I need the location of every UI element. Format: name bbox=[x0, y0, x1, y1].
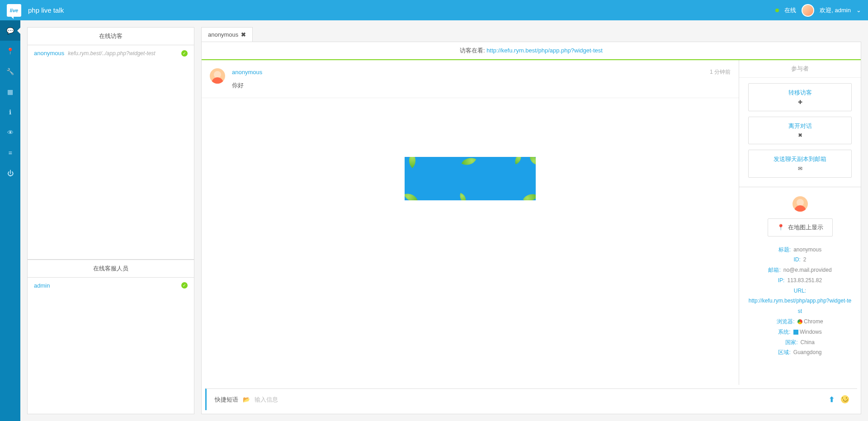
welcome-text[interactable]: 欢迎, admin bbox=[820, 6, 851, 14]
logo[interactable]: live bbox=[7, 4, 21, 17]
status-text[interactable]: 在线 bbox=[784, 6, 796, 14]
header-left: live php live talk bbox=[7, 4, 64, 17]
avatar[interactable] bbox=[802, 4, 814, 17]
status-dot-icon bbox=[775, 9, 779, 12]
header: live php live talk 在线 欢迎, admin ⌄ bbox=[0, 0, 868, 20]
chevron-down-icon[interactable]: ⌄ bbox=[856, 7, 861, 14]
header-right: 在线 欢迎, admin ⌄ bbox=[775, 4, 861, 17]
app-title: php live talk bbox=[28, 6, 64, 14]
